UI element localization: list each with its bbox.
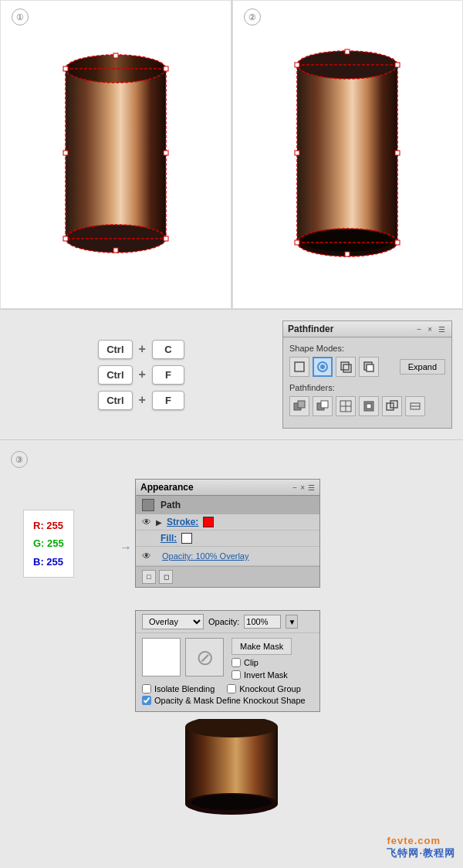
appearance-close[interactable]: × bbox=[300, 483, 305, 492]
ctrl-key-1[interactable]: Ctrl bbox=[98, 340, 132, 359]
svg-rect-37 bbox=[298, 401, 305, 408]
svg-rect-13 bbox=[164, 151, 168, 155]
clip-label: Clip bbox=[244, 658, 259, 667]
shape-mode-1[interactable] bbox=[289, 357, 309, 377]
rgb-arrow: → bbox=[120, 541, 132, 554]
pathfinder-op-2[interactable] bbox=[313, 396, 333, 416]
watermark-line2: 飞特网·教程网 bbox=[387, 847, 455, 859]
transparency-blend-row: Overlay Opacity: ▼ bbox=[136, 611, 319, 633]
svg-rect-44 bbox=[367, 404, 371, 409]
transparency-panel: Overlay Opacity: ▼ ⊘ Make Mask Clip Inve… bbox=[135, 610, 320, 712]
bottom-cylinder-3 bbox=[177, 719, 286, 822]
panel-1: ① bbox=[0, 0, 231, 309]
pathfinder-controls: − × ☰ bbox=[415, 325, 447, 334]
svg-rect-39 bbox=[321, 401, 328, 408]
appearance-controls: − × ☰ bbox=[292, 483, 315, 492]
shape-mode-2[interactable] bbox=[313, 357, 333, 377]
appearance-icon-2[interactable]: ◻ bbox=[159, 570, 173, 584]
appearance-stroke-row[interactable]: 👁 ▶ Stroke: bbox=[136, 514, 319, 531]
svg-rect-7 bbox=[164, 66, 168, 71]
svg-rect-10 bbox=[113, 53, 118, 58]
appearance-path-label: Path bbox=[161, 500, 181, 510]
cylinder-2 bbox=[286, 42, 409, 268]
svg-point-17 bbox=[302, 230, 392, 252]
knockout-group-label: Knockout Group bbox=[239, 684, 301, 693]
pathfinder-op-6[interactable] bbox=[405, 396, 425, 416]
opacity-arrow-btn[interactable]: ▼ bbox=[286, 615, 298, 629]
pathfinder-title: Pathfinder bbox=[288, 324, 333, 334]
c-key[interactable]: C bbox=[152, 340, 184, 359]
svg-rect-35 bbox=[367, 364, 373, 371]
cylinder-1 bbox=[54, 46, 177, 264]
appearance-fill-row[interactable]: Fill: bbox=[136, 531, 319, 547]
svg-rect-28 bbox=[395, 151, 400, 155]
ctrl-key-3[interactable]: Ctrl bbox=[98, 391, 132, 410]
pathfinder-op-4[interactable] bbox=[359, 396, 379, 416]
shape-mode-4[interactable] bbox=[359, 357, 379, 377]
invert-mask-label: Invert Mask bbox=[244, 670, 288, 680]
appearance-opacity-row[interactable]: 👁 Opacity: 100% Overlay bbox=[136, 547, 319, 566]
stroke-color-swatch[interactable] bbox=[203, 517, 214, 527]
svg-rect-22 bbox=[395, 63, 400, 67]
blend-mode-select[interactable]: Overlay bbox=[142, 614, 204, 629]
opacity-visibility-icon[interactable]: 👁 bbox=[142, 551, 151, 561]
svg-rect-49 bbox=[185, 727, 278, 804]
stroke-label[interactable]: Stroke: bbox=[167, 517, 198, 527]
svg-point-52 bbox=[191, 795, 272, 810]
panel-2: ② bbox=[232, 0, 464, 309]
appearance-icon-1[interactable]: □ bbox=[142, 570, 156, 584]
watermark-line1: fevte.com bbox=[387, 835, 441, 846]
pathfinder-op-5[interactable] bbox=[382, 396, 402, 416]
expand-button[interactable]: Expand bbox=[400, 359, 445, 375]
step-3-number: ③ bbox=[11, 451, 28, 468]
pathfinder-op-3[interactable] bbox=[336, 396, 356, 416]
pathfinder-titlebar: Pathfinder − × ☰ bbox=[283, 321, 451, 337]
pathfinder-menu[interactable]: ☰ bbox=[437, 325, 447, 334]
appearance-path-row: Path bbox=[136, 496, 319, 514]
plus-2: + bbox=[139, 368, 146, 381]
svg-rect-0 bbox=[66, 69, 166, 239]
f-key-1[interactable]: F bbox=[152, 365, 184, 385]
isolate-blending-checkbox[interactable] bbox=[142, 684, 151, 693]
transparency-no-icon: ⊘ bbox=[185, 638, 224, 676]
rgb-g-value: G: 255 bbox=[33, 534, 64, 552]
plus-1: + bbox=[139, 342, 146, 356]
svg-rect-9 bbox=[164, 236, 168, 241]
watermark: fevte.com 飞特网·教程网 bbox=[387, 835, 455, 860]
fill-color-swatch[interactable] bbox=[181, 533, 192, 544]
svg-rect-23 bbox=[295, 240, 299, 245]
isolate-blending-label: Isolate Blending bbox=[154, 684, 215, 693]
top-section: ① bbox=[0, 0, 463, 309]
svg-rect-25 bbox=[345, 49, 350, 54]
appearance-minimize[interactable]: − bbox=[292, 483, 297, 492]
shortcut-row-1: Ctrl + C bbox=[98, 340, 184, 359]
svg-rect-26 bbox=[345, 252, 350, 256]
appearance-menu[interactable]: ☰ bbox=[308, 483, 315, 492]
fill-label[interactable]: Fill: bbox=[161, 533, 177, 544]
appearance-panel: Appearance − × ☰ Path 👁 ▶ Stroke: Fill: … bbox=[135, 479, 320, 588]
stroke-expand-icon[interactable]: ▶ bbox=[156, 518, 162, 527]
pathfinder-minimize[interactable]: − bbox=[415, 325, 423, 334]
pathfinder-panel: Pathfinder − × ☰ Shape Modes: bbox=[282, 320, 452, 429]
shape-modes-label: Shape Modes: bbox=[289, 344, 445, 353]
stroke-visibility-icon[interactable]: 👁 bbox=[142, 517, 151, 527]
shape-mode-3[interactable] bbox=[336, 357, 356, 377]
clip-checkbox[interactable] bbox=[231, 658, 241, 667]
svg-rect-33 bbox=[343, 364, 351, 372]
invert-mask-checkbox[interactable] bbox=[231, 670, 241, 680]
opacity-label[interactable]: Opacity: 100% Overlay bbox=[156, 549, 255, 563]
pathfinder-body: Shape Modes: bbox=[283, 337, 451, 429]
pathfinder-op-1[interactable] bbox=[289, 396, 309, 416]
f-key-2[interactable]: F bbox=[152, 391, 184, 410]
rgb-r-value: R: 255 bbox=[33, 517, 64, 534]
keyboard-shortcuts: Ctrl + C Ctrl + F Ctrl + F bbox=[0, 310, 282, 439]
opacity-mask-checkbox[interactable] bbox=[142, 696, 151, 705]
rgb-box: R: 255 G: 255 B: 255 bbox=[23, 510, 74, 578]
appearance-swatch bbox=[142, 499, 154, 511]
knockout-group-checkbox[interactable] bbox=[227, 684, 236, 693]
svg-rect-12 bbox=[63, 151, 68, 155]
ctrl-key-2[interactable]: Ctrl bbox=[98, 365, 132, 385]
opacity-input[interactable] bbox=[244, 615, 281, 629]
make-mask-button[interactable]: Make Mask bbox=[231, 638, 292, 655]
pathfinder-close[interactable]: × bbox=[426, 325, 434, 334]
